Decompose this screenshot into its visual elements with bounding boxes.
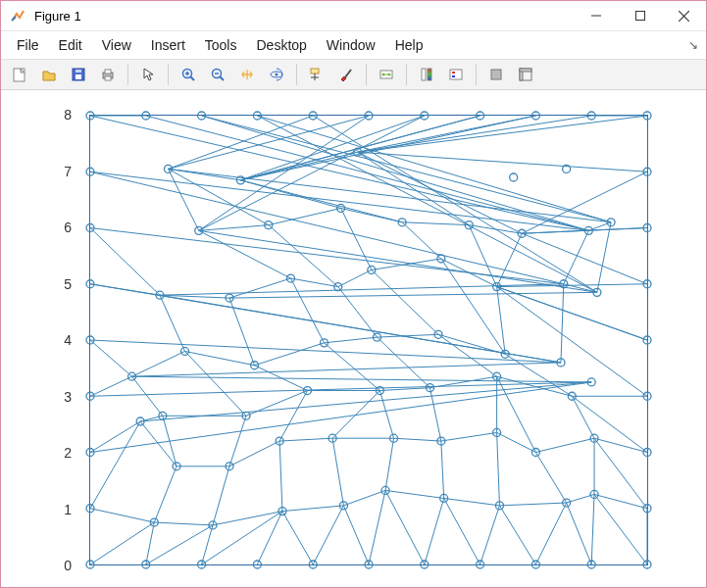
- save-icon[interactable]: [65, 62, 92, 87]
- svg-line-58: [90, 509, 154, 522]
- pan-icon[interactable]: [233, 62, 261, 87]
- svg-line-116: [444, 498, 500, 505]
- svg-line-197: [402, 222, 469, 225]
- svg-line-133: [379, 391, 393, 439]
- svg-line-168: [372, 270, 438, 334]
- svg-line-190: [597, 222, 611, 293]
- svg-line-77: [572, 396, 647, 452]
- svg-line-45: [313, 506, 343, 564]
- window-title: Figure 1: [34, 9, 81, 24]
- insert-colorbar-icon[interactable]: [413, 62, 440, 87]
- svg-rect-2: [635, 12, 644, 21]
- print-icon[interactable]: [94, 62, 122, 87]
- data-cursor-icon[interactable]: [303, 62, 330, 87]
- svg-line-128: [279, 438, 332, 441]
- svg-line-156: [132, 376, 592, 382]
- svg-rect-21: [311, 69, 319, 74]
- svg-line-87: [358, 152, 647, 172]
- svg-line-144: [132, 376, 163, 416]
- svg-line-138: [535, 438, 594, 452]
- svg-line-46: [343, 506, 369, 564]
- svg-line-40: [146, 525, 213, 564]
- svg-line-55: [591, 494, 594, 564]
- show-plot-tools-icon[interactable]: [512, 62, 539, 87]
- zoom-in-icon[interactable]: [175, 62, 202, 87]
- svg-line-172: [561, 284, 564, 363]
- svg-line-75: [594, 438, 647, 509]
- link-plot-icon[interactable]: [373, 62, 400, 87]
- dock-arrow-icon[interactable]: ↘: [688, 38, 706, 52]
- svg-point-297: [510, 173, 518, 181]
- zoom-out-icon[interactable]: [204, 62, 231, 87]
- svg-line-192: [169, 169, 199, 230]
- svg-rect-29: [422, 69, 426, 80]
- figure-canvas[interactable]: 012345678: [1, 90, 706, 587]
- svg-line-38: [90, 522, 154, 564]
- menu-insert[interactable]: Insert: [141, 33, 195, 57]
- svg-line-60: [90, 421, 140, 452]
- svg-line-114: [385, 490, 444, 498]
- menu-file[interactable]: File: [7, 33, 49, 57]
- svg-line-124: [140, 421, 177, 466]
- maximize-button[interactable]: [618, 1, 662, 30]
- svg-line-161: [255, 343, 325, 366]
- svg-line-70: [90, 172, 588, 230]
- svg-line-48: [425, 498, 444, 564]
- menu-view[interactable]: View: [92, 33, 141, 57]
- svg-line-191: [199, 225, 269, 231]
- svg-line-134: [441, 432, 497, 441]
- svg-line-51: [480, 506, 500, 564]
- new-figure-icon[interactable]: [6, 62, 33, 87]
- menu-window[interactable]: Window: [317, 33, 385, 57]
- open-icon[interactable]: [35, 62, 63, 87]
- svg-line-131: [332, 391, 379, 439]
- svg-line-136: [497, 432, 536, 452]
- menu-desktop[interactable]: Desktop: [246, 33, 316, 57]
- svg-line-103: [240, 116, 535, 180]
- menu-edit[interactable]: Edit: [49, 33, 92, 57]
- svg-line-158: [132, 363, 561, 376]
- mesh-plot: [90, 116, 647, 564]
- svg-line-50: [444, 498, 480, 564]
- svg-line-64: [90, 340, 132, 376]
- svg-rect-8: [76, 70, 81, 73]
- ytick-label: 8: [2, 107, 72, 122]
- svg-line-74: [594, 494, 647, 508]
- svg-line-159: [185, 351, 255, 365]
- menu-tools[interactable]: Tools: [195, 33, 247, 57]
- ytick-label: 6: [2, 220, 72, 235]
- svg-line-203: [169, 169, 612, 221]
- close-button[interactable]: [662, 1, 706, 30]
- svg-line-52: [499, 506, 535, 564]
- hide-plot-tools-icon[interactable]: [482, 62, 510, 87]
- axes[interactable]: [89, 115, 648, 565]
- matlab-icon: [11, 8, 26, 24]
- svg-line-61: [90, 382, 591, 453]
- ytick-label: 3: [2, 389, 72, 405]
- insert-legend-icon[interactable]: [442, 62, 470, 87]
- svg-line-106: [154, 522, 213, 525]
- svg-line-17: [220, 76, 224, 80]
- svg-line-117: [441, 441, 444, 498]
- svg-line-24: [345, 70, 351, 77]
- svg-line-104: [358, 116, 536, 152]
- svg-line-121: [535, 453, 566, 504]
- menu-help[interactable]: Help: [385, 33, 433, 57]
- svg-line-182: [341, 208, 372, 270]
- rotate3d-icon[interactable]: [263, 62, 290, 87]
- minimize-button[interactable]: [574, 1, 618, 30]
- ytick-label: 0: [2, 558, 72, 573]
- pointer-icon[interactable]: [134, 62, 162, 87]
- svg-line-140: [572, 396, 594, 438]
- svg-line-129: [279, 391, 307, 442]
- figure-window: Figure 1 File Edit View Insert Tools Des…: [0, 0, 707, 588]
- svg-line-13: [190, 76, 194, 80]
- svg-line-110: [282, 506, 343, 512]
- svg-rect-31: [450, 70, 462, 79]
- ytick-label: 4: [2, 332, 72, 348]
- svg-line-88: [358, 116, 647, 152]
- svg-line-154: [438, 334, 497, 376]
- svg-line-163: [325, 337, 378, 343]
- svg-line-49: [385, 490, 425, 564]
- brush-icon[interactable]: [332, 62, 360, 87]
